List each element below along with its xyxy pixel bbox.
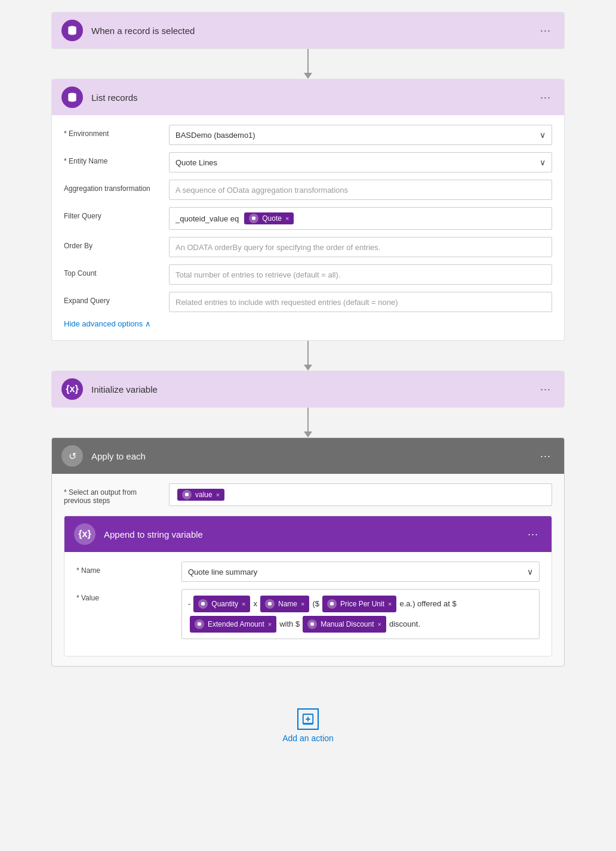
environment-row: * Environment BASDemo (basdemo1) ∨: [64, 125, 552, 145]
list-records-body: * Environment BASDemo (basdemo1) ∨ * Ent…: [52, 115, 564, 340]
trigger-title: When a record is selected: [91, 26, 528, 36]
extended-amount-label: Extended Amount: [208, 617, 264, 631]
add-action-label: Add an action: [282, 733, 334, 743]
value-label: * Value: [76, 589, 172, 602]
trigger-card: When a record is selected ···: [51, 12, 565, 49]
top-count-label: Top Count: [64, 264, 159, 278]
name-close[interactable]: ×: [301, 597, 304, 610]
select-output-row: * Select an output from previous steps v…: [64, 483, 552, 506]
append-string-icon-circle: {x}: [74, 523, 96, 545]
environment-label: * Environment: [64, 125, 159, 138]
text1: x: [253, 596, 257, 612]
init-variable-header: {x} Initialize variable ···: [52, 371, 564, 407]
aggregation-placeholder: A sequence of OData aggregation transfor…: [175, 186, 348, 195]
name-tag-label: Name: [278, 597, 297, 611]
value-tag-label: value: [195, 491, 212, 499]
entity-name-input[interactable]: Quote Lines ∨: [169, 152, 552, 172]
append-fx-icon: {x}: [78, 529, 91, 539]
hide-advanced-text: Hide advanced options: [64, 319, 143, 328]
name-tag: Name ×: [260, 596, 309, 612]
manual-discount-tag: Manual Discount ×: [303, 616, 386, 633]
expand-query-row: Expand Query Related entries to include …: [64, 292, 552, 312]
hide-advanced-link[interactable]: Hide advanced options ∧: [64, 319, 552, 328]
environment-input[interactable]: BASDemo (basdemo1) ∨: [169, 125, 552, 145]
flow-canvas: When a record is selected ··· List recor…: [51, 12, 565, 755]
price-close[interactable]: ×: [388, 597, 392, 610]
add-action-button[interactable]: Add an action: [282, 708, 334, 743]
list-records-more-button[interactable]: ···: [537, 90, 555, 105]
qty-close[interactable]: ×: [242, 597, 245, 610]
select-output-input[interactable]: value ×: [169, 483, 552, 506]
trigger-header: When a record is selected ···: [52, 13, 564, 48]
arrow-3: [304, 408, 312, 437]
list-records-card: List records ··· * Environment BASDemo (…: [51, 79, 565, 341]
qty-icon: [198, 599, 208, 609]
text5: discount.: [389, 616, 420, 632]
manual-discount-label: Manual Discount: [321, 617, 374, 631]
name-tag-icon: [265, 599, 275, 609]
aggregation-label: Aggregation transformation: [64, 180, 159, 193]
extended-amount-tag: Extended Amount ×: [190, 616, 276, 633]
entity-dropdown-arrow: ∨: [540, 158, 546, 167]
apply-each-more-button[interactable]: ···: [537, 449, 555, 464]
filter-query-prefix: _quoteid_value eq: [175, 214, 239, 223]
arrow-1: [304, 49, 312, 79]
quantity-label: Quantity: [211, 597, 238, 611]
expand-query-label: Expand Query: [64, 292, 159, 305]
filter-query-label: Filter Query: [64, 207, 159, 220]
apply-each-icon-circle: ↺: [61, 445, 83, 467]
disc-close[interactable]: ×: [378, 618, 381, 631]
price-per-unit-label: Price Per Unit: [340, 597, 384, 611]
append-string-title: Append to string variable: [104, 529, 516, 539]
value-input[interactable]: - Quantity: [181, 589, 540, 639]
init-variable-card: {x} Initialize variable ···: [51, 371, 565, 408]
top-count-input[interactable]: Total number of entries to retrieve (def…: [169, 264, 552, 285]
apply-each-header: ↺ Apply to each ···: [52, 438, 564, 474]
tag-db-icon: [249, 214, 258, 223]
name-input[interactable]: Quote line summary ∨: [181, 562, 540, 582]
init-variable-icon-circle: {x}: [61, 378, 83, 400]
text2: ($: [312, 596, 319, 612]
entity-name-row: * Entity Name Quote Lines ∨: [64, 152, 552, 172]
filter-tag-close[interactable]: ×: [285, 215, 289, 222]
loop-icon: ↺: [69, 451, 76, 462]
expand-query-input[interactable]: Related entries to include with requeste…: [169, 292, 552, 312]
arrow-2: [304, 341, 312, 371]
fx-icon: {x}: [66, 384, 78, 394]
value-tag: value ×: [177, 489, 224, 501]
value-tag-close[interactable]: ×: [216, 491, 220, 498]
value-prefix: -: [188, 596, 190, 612]
append-string-header: {x} Append to string variable ···: [64, 516, 552, 552]
filter-query-input[interactable]: _quoteid_value eq Quote ×: [169, 207, 552, 230]
select-output-label: * Select an output from previous steps: [64, 483, 159, 505]
text4: with $: [279, 616, 300, 632]
entity-name-label: * Entity Name: [64, 152, 159, 165]
quantity-tag: Quantity ×: [193, 596, 250, 612]
trigger-icon-circle: [61, 20, 83, 41]
trigger-more-button[interactable]: ···: [537, 23, 555, 38]
apply-each-card: ↺ Apply to each ··· * Select an output f…: [51, 437, 565, 667]
aggregation-row: Aggregation transformation A sequence of…: [64, 180, 552, 200]
apply-each-body: * Select an output from previous steps v…: [52, 474, 564, 666]
name-dropdown-arrow: ∨: [527, 567, 533, 576]
append-string-body: * Name Quote line summary ∨ * Value -: [64, 552, 552, 656]
ext-icon: [195, 619, 204, 629]
append-string-more-button[interactable]: ···: [524, 527, 542, 542]
aggregation-input[interactable]: A sequence of OData aggregation transfor…: [169, 180, 552, 200]
order-by-placeholder: An ODATA orderBy query for specifying th…: [175, 243, 380, 252]
disc-icon: [307, 619, 317, 629]
value-row: * Value -: [76, 589, 540, 639]
name-row: * Name Quote line summary ∨: [76, 562, 540, 582]
ext-close[interactable]: ×: [268, 618, 272, 631]
list-records-header: List records ···: [52, 79, 564, 115]
expand-query-placeholder: Related entries to include with requeste…: [175, 298, 398, 307]
filter-query-row: Filter Query _quoteid_value eq Quote ×: [64, 207, 552, 230]
entity-name-value: Quote Lines: [175, 158, 217, 167]
order-by-label: Order By: [64, 237, 159, 250]
init-variable-more-button[interactable]: ···: [537, 382, 555, 397]
order-by-input[interactable]: An ODATA orderBy query for specifying th…: [169, 237, 552, 257]
append-string-card: {x} Append to string variable ··· * Name…: [64, 516, 552, 656]
environment-dropdown-arrow: ∨: [540, 130, 546, 140]
top-count-placeholder: Total number of entries to retrieve (def…: [175, 270, 340, 279]
apply-each-title: Apply to each: [91, 451, 528, 461]
